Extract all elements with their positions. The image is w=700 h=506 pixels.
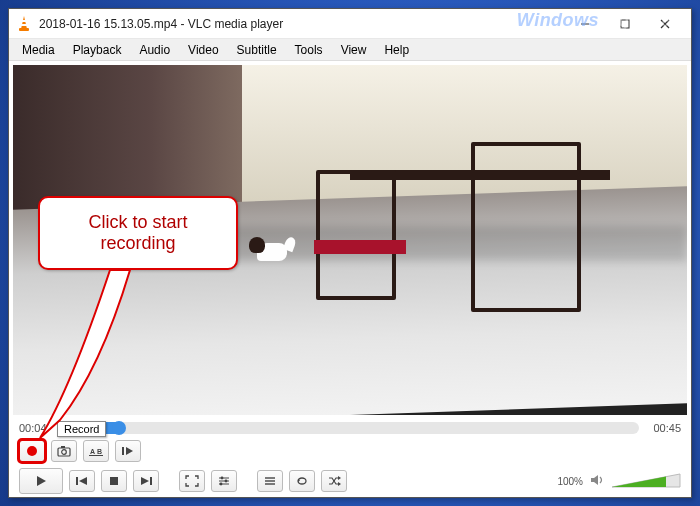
stop-button[interactable] <box>101 470 127 492</box>
menu-tools[interactable]: Tools <box>286 40 332 60</box>
svg-rect-16 <box>110 477 118 485</box>
record-button[interactable] <box>19 440 45 462</box>
play-button[interactable] <box>19 468 63 494</box>
maximize-button[interactable] <box>605 12 645 35</box>
menu-view[interactable]: View <box>332 40 376 60</box>
svg-rect-15 <box>76 477 78 485</box>
next-button[interactable] <box>133 470 159 492</box>
volume-percent: 100% <box>557 476 583 487</box>
svg-point-21 <box>221 477 224 480</box>
fullscreen-button[interactable] <box>179 470 205 492</box>
menu-help[interactable]: Help <box>375 40 418 60</box>
svg-point-7 <box>27 446 37 456</box>
menu-media[interactable]: Media <box>13 40 64 60</box>
window-title: 2018-01-16 15.13.05.mp4 - VLC media play… <box>39 17 565 31</box>
window-controls <box>565 12 685 35</box>
svg-point-22 <box>225 480 228 483</box>
svg-rect-10 <box>61 446 65 448</box>
shuffle-button[interactable] <box>321 470 347 492</box>
svg-rect-0 <box>22 20 27 22</box>
total-time[interactable]: 00:45 <box>647 422 681 434</box>
menu-playback[interactable]: Playback <box>64 40 131 60</box>
menu-subtitle[interactable]: Subtitle <box>228 40 286 60</box>
playlist-button[interactable] <box>257 470 283 492</box>
desktop-background: 2018-01-16 15.13.05.mp4 - VLC media play… <box>0 0 700 506</box>
svg-rect-1 <box>21 24 27 26</box>
menu-audio[interactable]: Audio <box>130 40 179 60</box>
snapshot-button[interactable] <box>51 440 77 462</box>
loop-button[interactable] <box>289 470 315 492</box>
vlc-cone-icon <box>15 15 33 33</box>
svg-rect-17 <box>150 477 152 485</box>
svg-point-23 <box>220 483 223 486</box>
svg-rect-2 <box>19 28 29 31</box>
extended-settings-button[interactable] <box>211 470 237 492</box>
svg-point-9 <box>62 450 67 455</box>
menu-video[interactable]: Video <box>179 40 227 60</box>
minimize-button[interactable] <box>565 12 605 35</box>
svg-rect-4 <box>621 20 629 28</box>
volume-slider[interactable] <box>611 472 681 490</box>
volume-control: 100% <box>557 472 681 490</box>
annotation-text: Click to start recording <box>88 212 187 253</box>
close-button[interactable] <box>645 12 685 35</box>
previous-button[interactable] <box>69 470 95 492</box>
annotation-callout: Click to start recording <box>38 196 238 270</box>
menubar: Media Playback Audio Video Subtitle Tool… <box>9 39 691 61</box>
speaker-icon[interactable] <box>589 473 605 490</box>
titlebar: 2018-01-16 15.13.05.mp4 - VLC media play… <box>9 9 691 39</box>
